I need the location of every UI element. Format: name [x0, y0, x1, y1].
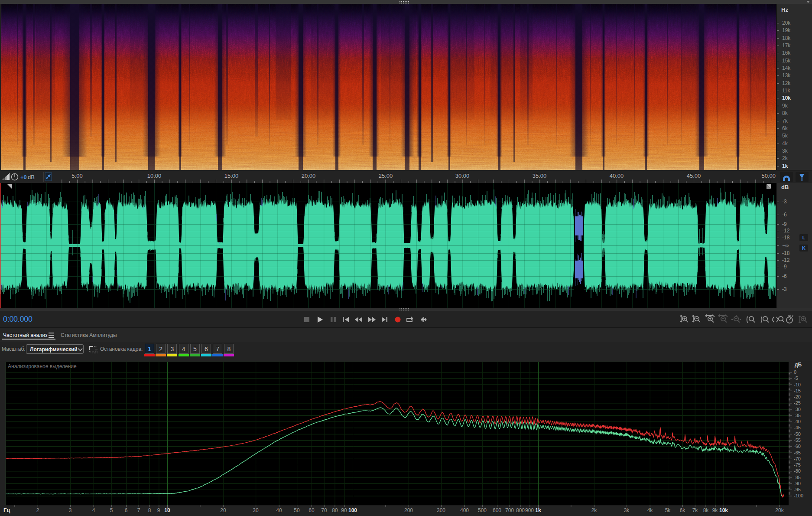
- svg-text:10: 10: [164, 507, 170, 513]
- svg-text:15:00: 15:00: [224, 173, 239, 179]
- svg-text:35:00: 35:00: [533, 173, 547, 179]
- svg-text:дБ: дБ: [795, 362, 802, 368]
- svg-text:-35: -35: [794, 413, 801, 418]
- svg-text:-90: -90: [794, 481, 801, 486]
- svg-text:4: 4: [92, 507, 95, 513]
- svg-text:50:00: 50:00: [761, 173, 776, 179]
- svg-text:-100: -100: [794, 493, 803, 498]
- svg-text:-70: -70: [794, 456, 801, 461]
- svg-text:70: 70: [321, 507, 327, 513]
- svg-text:5:00: 5:00: [71, 173, 82, 179]
- svg-text:20:00: 20:00: [302, 173, 316, 179]
- svg-text:5k: 5k: [665, 507, 671, 513]
- svg-text:7k: 7k: [692, 507, 698, 513]
- svg-text:20k: 20k: [775, 507, 784, 513]
- svg-text:8: 8: [148, 507, 151, 513]
- svg-text:0: 0: [794, 369, 796, 375]
- svg-text:10k: 10k: [719, 507, 728, 513]
- svg-text:45:00: 45:00: [687, 173, 701, 179]
- svg-text:30:00: 30:00: [455, 173, 470, 179]
- svg-text:900: 900: [525, 507, 534, 513]
- svg-text:-65: -65: [794, 450, 801, 455]
- svg-text:60: 60: [309, 507, 315, 513]
- svg-text:3k: 3k: [624, 507, 630, 513]
- svg-text:-40: -40: [794, 419, 801, 424]
- svg-text:40: 40: [276, 507, 282, 513]
- svg-text:700: 700: [505, 507, 514, 513]
- svg-text:Анализированое выделение: Анализированое выделение: [8, 363, 77, 369]
- svg-text:-30: -30: [794, 407, 801, 412]
- svg-text:8k: 8k: [703, 507, 709, 513]
- svg-text:600: 600: [493, 507, 501, 513]
- svg-text:100: 100: [348, 507, 357, 513]
- svg-text:6: 6: [125, 507, 128, 513]
- svg-text:10:00: 10:00: [147, 173, 162, 179]
- svg-text:50: 50: [294, 507, 300, 513]
- svg-text:2k: 2k: [591, 507, 598, 513]
- svg-text:9: 9: [157, 507, 160, 513]
- svg-text:300: 300: [437, 507, 445, 513]
- svg-text:1k: 1k: [535, 507, 541, 513]
- svg-text:40:00: 40:00: [610, 173, 624, 179]
- svg-text:-50: -50: [794, 431, 801, 437]
- svg-text:3: 3: [69, 507, 72, 513]
- svg-text:Гц: Гц: [3, 507, 10, 513]
- svg-text:-80: -80: [794, 468, 801, 474]
- svg-text:90: 90: [341, 507, 347, 513]
- svg-text:-10: -10: [794, 382, 801, 387]
- svg-text:20: 20: [220, 507, 226, 513]
- svg-text:6k: 6k: [680, 507, 686, 513]
- svg-text:400: 400: [460, 507, 469, 513]
- svg-text:9k: 9k: [712, 507, 718, 513]
- svg-text:2: 2: [36, 507, 39, 513]
- svg-text:25:00: 25:00: [379, 173, 393, 179]
- svg-text:-95: -95: [794, 487, 801, 492]
- svg-text:-5: -5: [794, 376, 798, 381]
- svg-text:-45: -45: [794, 425, 801, 430]
- svg-text:5: 5: [110, 507, 113, 513]
- svg-text:-25: -25: [794, 400, 801, 405]
- svg-text:-55: -55: [794, 438, 801, 443]
- svg-text:4k: 4k: [647, 507, 653, 513]
- svg-text:-20: -20: [794, 394, 801, 399]
- svg-text:30: 30: [253, 507, 259, 513]
- svg-text:-60: -60: [794, 444, 801, 449]
- svg-text:-15: -15: [794, 388, 801, 393]
- svg-text:80: 80: [332, 507, 338, 513]
- svg-text:200: 200: [404, 507, 413, 513]
- svg-text:500: 500: [478, 507, 487, 513]
- svg-text:-85: -85: [794, 475, 801, 480]
- svg-text:800: 800: [516, 507, 525, 513]
- svg-text:7: 7: [137, 507, 140, 513]
- svg-text:-75: -75: [794, 462, 801, 467]
